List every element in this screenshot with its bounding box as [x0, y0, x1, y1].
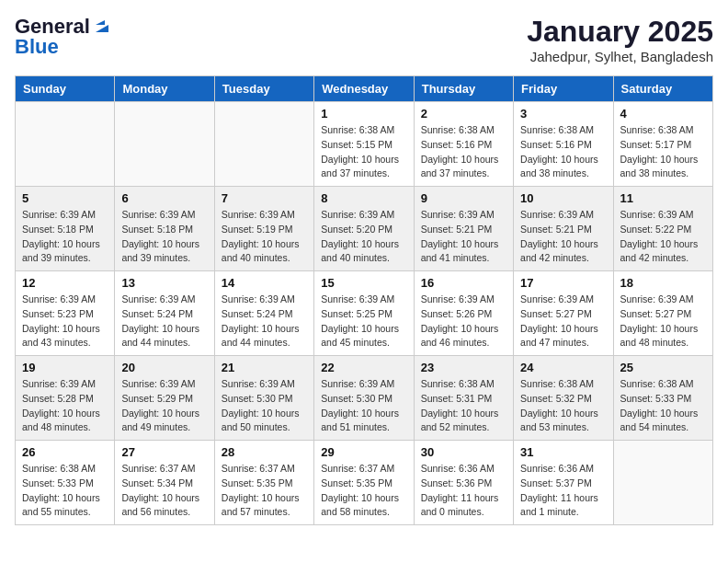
day-info: Sunrise: 6:39 AM Sunset: 5:26 PM Dayligh… [421, 293, 506, 350]
col-friday: Friday [514, 76, 613, 102]
col-thursday: Thursday [414, 76, 513, 102]
calendar-week-row: 1Sunrise: 6:38 AM Sunset: 5:15 PM Daylig… [16, 102, 713, 187]
day-number: 2 [421, 107, 506, 121]
day-number: 31 [520, 445, 606, 459]
day-info: Sunrise: 6:39 AM Sunset: 5:21 PM Dayligh… [520, 208, 606, 266]
day-number: 20 [121, 361, 207, 374]
day-number: 4 [620, 107, 706, 121]
day-number: 29 [321, 445, 406, 459]
table-row: 28Sunrise: 6:37 AM Sunset: 5:35 PM Dayli… [214, 441, 313, 525]
table-row [115, 102, 214, 187]
logo-blue: Blue [15, 35, 59, 59]
table-row: 13Sunrise: 6:39 AM Sunset: 5:24 PM Dayli… [115, 271, 214, 356]
table-row [214, 102, 313, 187]
day-info: Sunrise: 6:39 AM Sunset: 5:29 PM Dayligh… [121, 377, 207, 435]
table-row: 5Sunrise: 6:39 AM Sunset: 5:18 PM Daylig… [16, 187, 115, 271]
table-row [16, 102, 115, 187]
day-info: Sunrise: 6:37 AM Sunset: 5:35 PM Dayligh… [222, 462, 307, 520]
table-row: 1Sunrise: 6:38 AM Sunset: 5:15 PM Daylig… [314, 102, 414, 187]
table-row: 16Sunrise: 6:39 AM Sunset: 5:26 PM Dayli… [414, 271, 513, 356]
table-row: 23Sunrise: 6:38 AM Sunset: 5:31 PM Dayli… [414, 356, 513, 441]
day-info: Sunrise: 6:38 AM Sunset: 5:31 PM Dayligh… [421, 377, 506, 435]
col-tuesday: Tuesday [214, 76, 313, 102]
table-row: 25Sunrise: 6:38 AM Sunset: 5:33 PM Dayli… [613, 356, 712, 441]
table-row: 3Sunrise: 6:38 AM Sunset: 5:16 PM Daylig… [514, 102, 613, 187]
day-number: 16 [421, 276, 506, 290]
day-number: 9 [421, 191, 506, 205]
day-info: Sunrise: 6:39 AM Sunset: 5:28 PM Dayligh… [22, 377, 108, 435]
calendar-week-row: 12Sunrise: 6:39 AM Sunset: 5:23 PM Dayli… [16, 271, 713, 356]
day-info: Sunrise: 6:39 AM Sunset: 5:24 PM Dayligh… [222, 293, 307, 350]
day-number: 17 [520, 276, 606, 290]
day-number: 18 [620, 276, 706, 290]
day-info: Sunrise: 6:39 AM Sunset: 5:24 PM Dayligh… [121, 293, 207, 350]
day-number: 24 [520, 361, 606, 374]
svg-marker-0 [96, 25, 108, 32]
day-number: 19 [22, 361, 108, 374]
table-row: 29Sunrise: 6:37 AM Sunset: 5:35 PM Dayli… [314, 441, 414, 525]
table-row: 9Sunrise: 6:39 AM Sunset: 5:21 PM Daylig… [414, 187, 513, 271]
day-info: Sunrise: 6:38 AM Sunset: 5:32 PM Dayligh… [520, 377, 606, 435]
day-info: Sunrise: 6:37 AM Sunset: 5:34 PM Dayligh… [121, 462, 207, 520]
day-number: 10 [520, 191, 606, 205]
table-row: 14Sunrise: 6:39 AM Sunset: 5:24 PM Dayli… [214, 271, 313, 356]
day-info: Sunrise: 6:39 AM Sunset: 5:22 PM Dayligh… [620, 208, 706, 266]
table-row: 4Sunrise: 6:38 AM Sunset: 5:17 PM Daylig… [613, 102, 712, 187]
day-number: 28 [222, 445, 307, 459]
calendar-title: January 2025 [527, 15, 713, 49]
day-info: Sunrise: 6:38 AM Sunset: 5:15 PM Dayligh… [321, 123, 406, 181]
day-info: Sunrise: 6:39 AM Sunset: 5:18 PM Dayligh… [22, 208, 108, 266]
day-info: Sunrise: 6:39 AM Sunset: 5:27 PM Dayligh… [620, 293, 706, 350]
day-number: 6 [121, 191, 207, 205]
day-info: Sunrise: 6:38 AM Sunset: 5:17 PM Dayligh… [620, 123, 706, 181]
day-number: 3 [520, 107, 606, 121]
table-row: 7Sunrise: 6:39 AM Sunset: 5:19 PM Daylig… [214, 187, 313, 271]
day-info: Sunrise: 6:38 AM Sunset: 5:16 PM Dayligh… [520, 123, 606, 181]
day-number: 13 [121, 276, 207, 290]
svg-marker-1 [96, 20, 105, 25]
page-header: General Blue January 2025 Jahedpur, Sylh… [15, 15, 713, 64]
table-row: 21Sunrise: 6:39 AM Sunset: 5:30 PM Dayli… [214, 356, 313, 441]
day-number: 27 [121, 445, 207, 459]
day-info: Sunrise: 6:36 AM Sunset: 5:37 PM Dayligh… [520, 462, 606, 520]
table-row: 10Sunrise: 6:39 AM Sunset: 5:21 PM Dayli… [514, 187, 613, 271]
day-number: 15 [321, 276, 406, 290]
day-number: 21 [222, 361, 307, 374]
table-row: 22Sunrise: 6:39 AM Sunset: 5:30 PM Dayli… [314, 356, 414, 441]
table-row: 17Sunrise: 6:39 AM Sunset: 5:27 PM Dayli… [514, 271, 613, 356]
table-row: 19Sunrise: 6:39 AM Sunset: 5:28 PM Dayli… [16, 356, 115, 441]
day-number: 12 [22, 276, 108, 290]
day-info: Sunrise: 6:38 AM Sunset: 5:33 PM Dayligh… [22, 462, 108, 520]
col-wednesday: Wednesday [314, 76, 414, 102]
day-number: 30 [421, 445, 506, 459]
table-row: 11Sunrise: 6:39 AM Sunset: 5:22 PM Dayli… [613, 187, 712, 271]
calendar-table: Sunday Monday Tuesday Wednesday Thursday… [15, 75, 713, 525]
day-number: 8 [321, 191, 406, 205]
calendar-week-row: 5Sunrise: 6:39 AM Sunset: 5:18 PM Daylig… [16, 187, 713, 271]
day-info: Sunrise: 6:39 AM Sunset: 5:27 PM Dayligh… [520, 293, 606, 350]
col-monday: Monday [115, 76, 214, 102]
table-row [613, 441, 712, 525]
day-info: Sunrise: 6:36 AM Sunset: 5:36 PM Dayligh… [421, 462, 506, 520]
table-row: 27Sunrise: 6:37 AM Sunset: 5:34 PM Dayli… [115, 441, 214, 525]
col-sunday: Sunday [16, 76, 115, 102]
day-info: Sunrise: 6:39 AM Sunset: 5:19 PM Dayligh… [222, 208, 307, 266]
table-row: 26Sunrise: 6:38 AM Sunset: 5:33 PM Dayli… [16, 441, 115, 525]
table-row: 2Sunrise: 6:38 AM Sunset: 5:16 PM Daylig… [414, 102, 513, 187]
calendar-header-row: Sunday Monday Tuesday Wednesday Thursday… [16, 76, 713, 102]
day-info: Sunrise: 6:39 AM Sunset: 5:21 PM Dayligh… [421, 208, 506, 266]
day-info: Sunrise: 6:39 AM Sunset: 5:30 PM Dayligh… [222, 377, 307, 435]
day-info: Sunrise: 6:39 AM Sunset: 5:30 PM Dayligh… [321, 377, 406, 435]
day-info: Sunrise: 6:39 AM Sunset: 5:18 PM Dayligh… [121, 208, 207, 266]
title-block: January 2025 Jahedpur, Sylhet, Banglades… [527, 15, 713, 64]
day-info: Sunrise: 6:38 AM Sunset: 5:33 PM Dayligh… [620, 377, 706, 435]
day-number: 7 [222, 191, 307, 205]
day-number: 14 [222, 276, 307, 290]
calendar-week-row: 26Sunrise: 6:38 AM Sunset: 5:33 PM Dayli… [16, 441, 713, 525]
table-row: 18Sunrise: 6:39 AM Sunset: 5:27 PM Dayli… [613, 271, 712, 356]
day-number: 26 [22, 445, 108, 459]
table-row: 8Sunrise: 6:39 AM Sunset: 5:20 PM Daylig… [314, 187, 414, 271]
day-number: 22 [321, 361, 406, 374]
table-row: 24Sunrise: 6:38 AM Sunset: 5:32 PM Dayli… [514, 356, 613, 441]
table-row: 30Sunrise: 6:36 AM Sunset: 5:36 PM Dayli… [414, 441, 513, 525]
